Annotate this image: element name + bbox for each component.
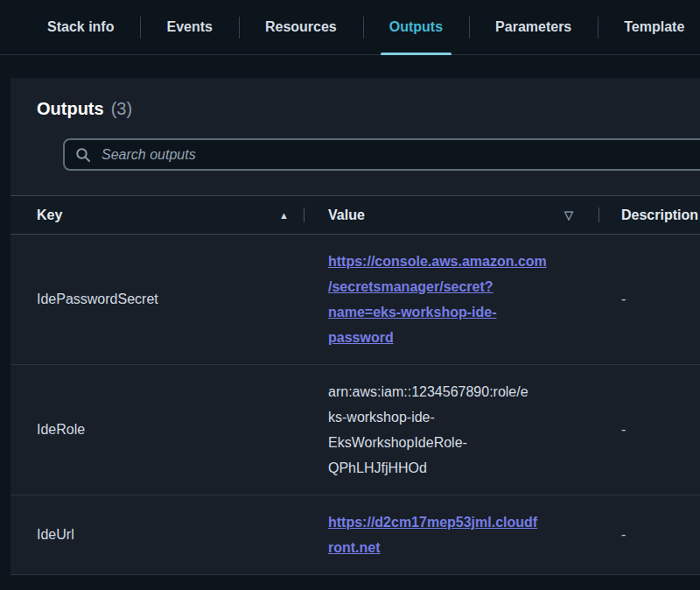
output-description: - [599,527,700,543]
output-description: - [599,422,700,438]
output-value-link[interactable]: https://d2cm17mep53jml.cloudf ront.net [328,515,537,555]
output-key: IdeUrl [37,527,304,543]
output-value-link[interactable]: https://console.aws.amazon.com /secretsm… [328,254,547,345]
panel-header: Outputs (3) [10,78,700,171]
output-description: - [599,291,700,307]
search-input[interactable] [63,138,700,171]
column-header-key[interactable]: Key ▲ [37,196,304,234]
table-header: Key ▲ Value ▽ Description [10,195,700,235]
column-label-description: Description [621,207,698,223]
column-header-value[interactable]: Value ▽ [304,196,599,234]
tab-outputs[interactable]: Outputs [363,0,469,54]
output-key: IdeRole [37,422,304,438]
table-row: IdePasswordSecrethttps://console.aws.ama… [10,235,700,364]
output-value-cell: https://d2cm17mep53jml.cloudf ront.net [304,509,599,560]
outputs-panel: Outputs (3) Key ▲ Value ▽ Description Id… [10,78,700,575]
table-row: IdeRolearn:aws:iam::1234567890:role/e ks… [10,364,700,495]
tab-events[interactable]: Events [140,0,238,54]
tab-stack-info[interactable]: Stack info [21,0,140,54]
table-row: IdeUrlhttps://d2cm17mep53jml.cloudf ront… [10,495,700,574]
page-title: Outputs (3) [37,99,700,119]
output-value-text: arn:aws:iam::1234567890:role/e ks-worksh… [328,384,528,475]
tab-parameters[interactable]: Parameters [469,0,598,54]
tab-resources[interactable]: Resources [239,0,363,54]
search-container [63,138,700,171]
sort-down-icon[interactable]: ▽ [564,208,573,221]
tab-bar: Stack infoEventsResourcesOutputsParamete… [0,0,700,55]
outputs-title: Outputs [37,99,104,119]
table-body: IdePasswordSecrethttps://console.aws.ama… [10,235,700,575]
search-icon [75,147,91,163]
column-label-key: Key [37,207,62,223]
sort-ascending-icon[interactable]: ▲ [279,210,289,221]
column-header-description[interactable]: Description [599,196,700,234]
output-value-cell: https://console.aws.amazon.com /secretsm… [304,249,599,350]
column-label-value: Value [328,207,365,223]
tab-template[interactable]: Template [598,0,700,54]
output-key: IdePasswordSecret [37,291,304,307]
outputs-count: (3) [111,99,132,119]
output-value-cell: arn:aws:iam::1234567890:role/e ks-worksh… [304,379,599,481]
